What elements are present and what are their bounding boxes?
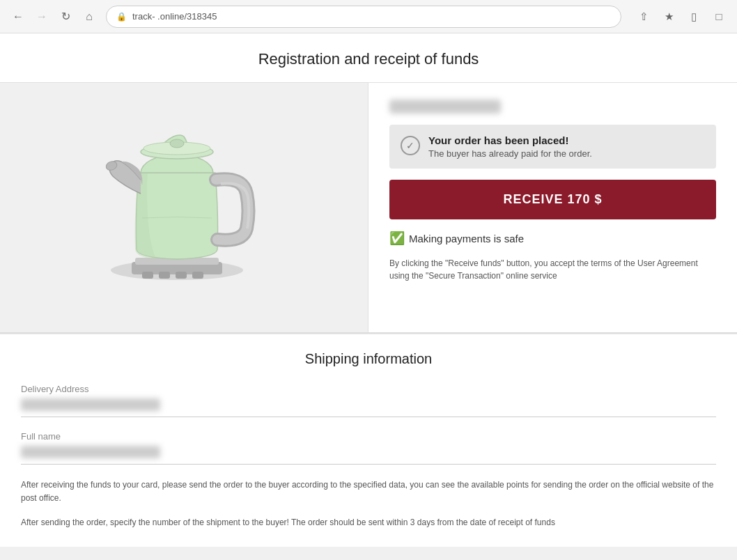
safe-payment-label: Making payments is safe <box>409 233 524 244</box>
disclaimer-text: By clicking the "Receive funds" button, … <box>389 257 716 282</box>
safe-payment-row: ✅ Making payments is safe <box>389 231 716 246</box>
shipping-section: Shipping information Delivery Address Fu… <box>0 334 737 547</box>
bookmark-button[interactable]: ★ <box>659 7 678 26</box>
browser-actions: ⇧ ★ ▯ □ <box>634 7 729 26</box>
full-name-label: Full name <box>21 431 716 442</box>
product-image-area <box>0 83 368 332</box>
home-button[interactable]: ⌂ <box>79 7 99 26</box>
nav-buttons: ← → ↻ ⌂ <box>8 7 99 26</box>
full-name-value-blurred <box>21 446 160 458</box>
order-placed-box: ✓ Your order has been placed! The buyer … <box>389 125 716 169</box>
product-section: ✓ Your order has been placed! The buyer … <box>0 83 737 334</box>
order-status-title: Your order has been placed! <box>428 134 592 146</box>
browser-chrome: ← → ↻ ⌂ 🔒 track- .online/318345 ⇧ ★ ▯ □ <box>0 0 737 33</box>
forward-button[interactable]: → <box>32 7 52 26</box>
delivery-address-value-blurred <box>21 398 160 411</box>
page-content: Registration and receipt of funds <box>0 33 737 547</box>
page-title: Registration and receipt of funds <box>0 50 737 68</box>
url-text: track- .online/318345 <box>132 11 611 22</box>
lock-icon: 🔒 <box>116 12 127 22</box>
order-placed-text: Your order has been placed! The buyer ha… <box>428 134 592 159</box>
kettle-image <box>79 103 288 312</box>
svg-rect-3 <box>142 272 153 279</box>
address-bar[interactable]: 🔒 track- .online/318345 <box>106 6 621 28</box>
share-button[interactable]: ⇧ <box>634 7 653 26</box>
extensions-button[interactable]: ▯ <box>684 7 704 26</box>
user-name-blurred <box>389 100 501 114</box>
shipping-info-text-2: After sending the order, specify the num… <box>21 516 716 529</box>
order-info-area: ✓ Your order has been placed! The buyer … <box>368 83 737 332</box>
delivery-address-label: Delivery Address <box>21 384 716 394</box>
back-button[interactable]: ← <box>8 7 28 26</box>
svg-rect-4 <box>159 272 170 279</box>
shipping-info-text-1: After receiving the funds to your card, … <box>21 479 716 505</box>
fullscreen-button[interactable]: □ <box>709 7 729 26</box>
reload-button[interactable]: ↻ <box>56 7 75 26</box>
shipping-title: Shipping information <box>21 351 716 367</box>
order-status-subtitle: The buyer has already paid for the order… <box>428 148 592 159</box>
svg-point-9 <box>170 139 184 148</box>
svg-rect-6 <box>192 272 203 279</box>
kettle-svg <box>86 103 281 312</box>
page-header: Registration and receipt of funds <box>0 33 737 83</box>
delivery-address-field: Delivery Address <box>21 384 716 417</box>
receive-funds-button[interactable]: RECEIVE 170 $ <box>389 180 716 219</box>
check-circle-icon: ✓ <box>401 136 420 155</box>
full-name-field: Full name <box>21 431 716 465</box>
svg-rect-5 <box>176 272 187 279</box>
shield-check-icon: ✅ <box>389 231 405 246</box>
